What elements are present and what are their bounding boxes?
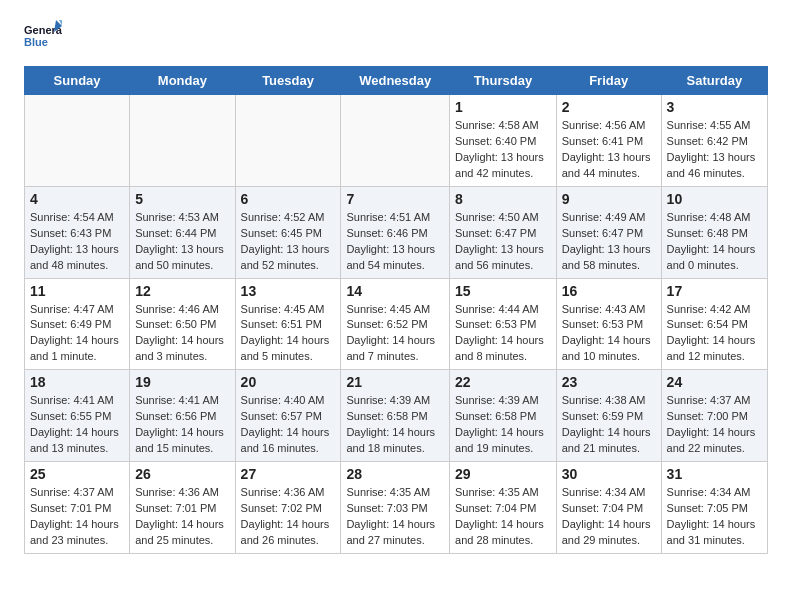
calendar-cell: 7Sunrise: 4:51 AMSunset: 6:46 PMDaylight… [341,186,450,278]
calendar-cell: 3Sunrise: 4:55 AMSunset: 6:42 PMDaylight… [661,95,767,187]
cell-info: Sunrise: 4:55 AMSunset: 6:42 PMDaylight:… [667,118,762,182]
calendar-cell: 30Sunrise: 4:34 AMSunset: 7:04 PMDayligh… [556,462,661,554]
day-number: 9 [562,191,656,207]
day-number: 5 [135,191,229,207]
cell-info: Sunrise: 4:35 AMSunset: 7:04 PMDaylight:… [455,485,551,549]
cell-info: Sunrise: 4:39 AMSunset: 6:58 PMDaylight:… [455,393,551,457]
cell-info: Sunrise: 4:52 AMSunset: 6:45 PMDaylight:… [241,210,336,274]
cell-info: Sunrise: 4:46 AMSunset: 6:50 PMDaylight:… [135,302,229,366]
calendar-cell: 12Sunrise: 4:46 AMSunset: 6:50 PMDayligh… [130,278,235,370]
cell-info: Sunrise: 4:41 AMSunset: 6:55 PMDaylight:… [30,393,124,457]
day-number: 18 [30,374,124,390]
day-number: 7 [346,191,444,207]
day-number: 12 [135,283,229,299]
calendar-cell: 4Sunrise: 4:54 AMSunset: 6:43 PMDaylight… [25,186,130,278]
day-number: 15 [455,283,551,299]
calendar-cell: 16Sunrise: 4:43 AMSunset: 6:53 PMDayligh… [556,278,661,370]
calendar-cell: 23Sunrise: 4:38 AMSunset: 6:59 PMDayligh… [556,370,661,462]
day-header-tuesday: Tuesday [235,67,341,95]
day-number: 26 [135,466,229,482]
day-number: 17 [667,283,762,299]
day-header-friday: Friday [556,67,661,95]
day-number: 2 [562,99,656,115]
day-number: 10 [667,191,762,207]
calendar-cell: 17Sunrise: 4:42 AMSunset: 6:54 PMDayligh… [661,278,767,370]
cell-info: Sunrise: 4:37 AMSunset: 7:00 PMDaylight:… [667,393,762,457]
cell-info: Sunrise: 4:34 AMSunset: 7:04 PMDaylight:… [562,485,656,549]
calendar-cell: 18Sunrise: 4:41 AMSunset: 6:55 PMDayligh… [25,370,130,462]
calendar-cell: 25Sunrise: 4:37 AMSunset: 7:01 PMDayligh… [25,462,130,554]
cell-info: Sunrise: 4:41 AMSunset: 6:56 PMDaylight:… [135,393,229,457]
day-number: 25 [30,466,124,482]
calendar-cell: 28Sunrise: 4:35 AMSunset: 7:03 PMDayligh… [341,462,450,554]
calendar-cell: 26Sunrise: 4:36 AMSunset: 7:01 PMDayligh… [130,462,235,554]
day-number: 11 [30,283,124,299]
calendar-cell: 1Sunrise: 4:58 AMSunset: 6:40 PMDaylight… [450,95,557,187]
cell-info: Sunrise: 4:49 AMSunset: 6:47 PMDaylight:… [562,210,656,274]
calendar-cell: 6Sunrise: 4:52 AMSunset: 6:45 PMDaylight… [235,186,341,278]
calendar-cell: 10Sunrise: 4:48 AMSunset: 6:48 PMDayligh… [661,186,767,278]
cell-info: Sunrise: 4:38 AMSunset: 6:59 PMDaylight:… [562,393,656,457]
day-number: 28 [346,466,444,482]
cell-info: Sunrise: 4:54 AMSunset: 6:43 PMDaylight:… [30,210,124,274]
calendar-cell: 13Sunrise: 4:45 AMSunset: 6:51 PMDayligh… [235,278,341,370]
calendar-table: SundayMondayTuesdayWednesdayThursdayFrid… [24,66,768,554]
day-number: 6 [241,191,336,207]
calendar-cell [341,95,450,187]
day-header-wednesday: Wednesday [341,67,450,95]
cell-info: Sunrise: 4:44 AMSunset: 6:53 PMDaylight:… [455,302,551,366]
calendar-cell [235,95,341,187]
days-header-row: SundayMondayTuesdayWednesdayThursdayFrid… [25,67,768,95]
calendar-cell: 2Sunrise: 4:56 AMSunset: 6:41 PMDaylight… [556,95,661,187]
cell-info: Sunrise: 4:40 AMSunset: 6:57 PMDaylight:… [241,393,336,457]
cell-info: Sunrise: 4:45 AMSunset: 6:52 PMDaylight:… [346,302,444,366]
day-number: 20 [241,374,336,390]
cell-info: Sunrise: 4:48 AMSunset: 6:48 PMDaylight:… [667,210,762,274]
cell-info: Sunrise: 4:36 AMSunset: 7:02 PMDaylight:… [241,485,336,549]
calendar-week-row: 11Sunrise: 4:47 AMSunset: 6:49 PMDayligh… [25,278,768,370]
calendar-week-row: 25Sunrise: 4:37 AMSunset: 7:01 PMDayligh… [25,462,768,554]
cell-info: Sunrise: 4:45 AMSunset: 6:51 PMDaylight:… [241,302,336,366]
calendar-cell: 22Sunrise: 4:39 AMSunset: 6:58 PMDayligh… [450,370,557,462]
calendar-cell: 27Sunrise: 4:36 AMSunset: 7:02 PMDayligh… [235,462,341,554]
day-header-monday: Monday [130,67,235,95]
day-number: 24 [667,374,762,390]
day-number: 19 [135,374,229,390]
cell-info: Sunrise: 4:56 AMSunset: 6:41 PMDaylight:… [562,118,656,182]
calendar-cell: 9Sunrise: 4:49 AMSunset: 6:47 PMDaylight… [556,186,661,278]
calendar-week-row: 18Sunrise: 4:41 AMSunset: 6:55 PMDayligh… [25,370,768,462]
day-number: 30 [562,466,656,482]
calendar-cell: 24Sunrise: 4:37 AMSunset: 7:00 PMDayligh… [661,370,767,462]
cell-info: Sunrise: 4:51 AMSunset: 6:46 PMDaylight:… [346,210,444,274]
logo: General Blue [24,18,66,56]
day-number: 16 [562,283,656,299]
calendar-cell [130,95,235,187]
cell-info: Sunrise: 4:58 AMSunset: 6:40 PMDaylight:… [455,118,551,182]
page-header: General Blue [0,0,792,66]
cell-info: Sunrise: 4:43 AMSunset: 6:53 PMDaylight:… [562,302,656,366]
cell-info: Sunrise: 4:36 AMSunset: 7:01 PMDaylight:… [135,485,229,549]
logo-bird-icon: General Blue [24,18,62,56]
day-number: 27 [241,466,336,482]
day-number: 31 [667,466,762,482]
calendar-cell: 15Sunrise: 4:44 AMSunset: 6:53 PMDayligh… [450,278,557,370]
calendar-cell: 5Sunrise: 4:53 AMSunset: 6:44 PMDaylight… [130,186,235,278]
cell-info: Sunrise: 4:42 AMSunset: 6:54 PMDaylight:… [667,302,762,366]
calendar-week-row: 4Sunrise: 4:54 AMSunset: 6:43 PMDaylight… [25,186,768,278]
calendar-body: 1Sunrise: 4:58 AMSunset: 6:40 PMDaylight… [25,95,768,554]
svg-text:Blue: Blue [24,36,48,48]
cell-info: Sunrise: 4:34 AMSunset: 7:05 PMDaylight:… [667,485,762,549]
cell-info: Sunrise: 4:35 AMSunset: 7:03 PMDaylight:… [346,485,444,549]
day-number: 1 [455,99,551,115]
calendar-cell: 20Sunrise: 4:40 AMSunset: 6:57 PMDayligh… [235,370,341,462]
day-number: 8 [455,191,551,207]
calendar-week-row: 1Sunrise: 4:58 AMSunset: 6:40 PMDaylight… [25,95,768,187]
day-number: 14 [346,283,444,299]
calendar-cell: 19Sunrise: 4:41 AMSunset: 6:56 PMDayligh… [130,370,235,462]
calendar-cell: 8Sunrise: 4:50 AMSunset: 6:47 PMDaylight… [450,186,557,278]
calendar-cell: 11Sunrise: 4:47 AMSunset: 6:49 PMDayligh… [25,278,130,370]
day-header-saturday: Saturday [661,67,767,95]
day-number: 23 [562,374,656,390]
day-number: 21 [346,374,444,390]
cell-info: Sunrise: 4:47 AMSunset: 6:49 PMDaylight:… [30,302,124,366]
